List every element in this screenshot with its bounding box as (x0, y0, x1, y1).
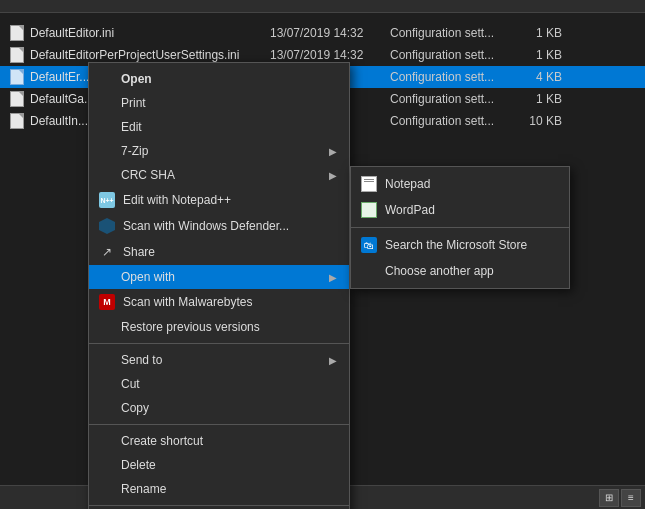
menu-item-copy[interactable]: Copy (89, 396, 349, 420)
menu-item-share[interactable]: ↗Share (89, 239, 349, 265)
menu-item-cut[interactable]: Cut (89, 372, 349, 396)
file-name: DefaultEditor.ini (30, 26, 270, 40)
file-list-header (0, 0, 645, 13)
menu-separator (89, 424, 349, 425)
file-icon (8, 69, 26, 85)
file-size: 1 KB (510, 48, 570, 62)
wordpad-icon (359, 202, 379, 218)
menu-item-label: Open with (121, 270, 329, 284)
file-size: 1 KB (510, 26, 570, 40)
menu-item-rename[interactable]: Rename (89, 477, 349, 501)
menu-separator (89, 505, 349, 506)
file-type: Configuration sett... (390, 114, 510, 128)
submenu-item-wordpad[interactable]: WordPad (351, 197, 569, 223)
menu-item-notepadpp[interactable]: N++Edit with Notepad++ (89, 187, 349, 213)
menu-item-malwarebytes[interactable]: MScan with Malwarebytes (89, 289, 349, 315)
file-icon (8, 25, 26, 41)
grid-view-icon[interactable]: ⊞ (599, 489, 619, 507)
file-type: Configuration sett... (390, 48, 510, 62)
header-type (390, 4, 510, 8)
menu-item-crcsha[interactable]: CRC SHA▶ (89, 163, 349, 187)
none-icon (359, 263, 379, 279)
header-name (0, 4, 270, 8)
detail-view-icon[interactable]: ≡ (621, 489, 641, 507)
submenu-arrow-icon: ▶ (329, 272, 337, 283)
submenu-item-store[interactable]: 🛍Search the Microsoft Store (351, 232, 569, 258)
share-icon: ↗ (97, 244, 117, 260)
menu-item-label: Rename (121, 482, 337, 496)
menu-item-label: Send to (121, 353, 329, 367)
menu-item-label: Copy (121, 401, 337, 415)
file-type: Configuration sett... (390, 26, 510, 40)
submenu-item-notepad[interactable]: Notepad (351, 171, 569, 197)
menu-item-shortcut[interactable]: Create shortcut (89, 429, 349, 453)
menu-item-7zip[interactable]: 7-Zip▶ (89, 139, 349, 163)
menu-item-label: Create shortcut (121, 434, 337, 448)
menu-item-label: Edit with Notepad++ (123, 193, 337, 207)
defender-icon (97, 218, 117, 234)
submenu-arrow-icon: ▶ (329, 146, 337, 157)
menu-item-edit[interactable]: Edit (89, 115, 349, 139)
submenu-item-anotherapp[interactable]: Choose another app (351, 258, 569, 284)
file-type: Configuration sett... (390, 70, 510, 84)
header-date (270, 4, 390, 8)
menu-item-delete[interactable]: Delete (89, 453, 349, 477)
file-icon (8, 113, 26, 129)
menu-item-label: Edit (121, 120, 337, 134)
file-size: 4 KB (510, 70, 570, 84)
submenu-openwith: NotepadWordPad🛍Search the Microsoft Stor… (350, 166, 570, 289)
submenu-arrow-icon: ▶ (329, 170, 337, 181)
file-size: 1 KB (510, 92, 570, 106)
menu-separator (89, 343, 349, 344)
menu-item-restore[interactable]: Restore previous versions (89, 315, 349, 339)
menu-item-label: Cut (121, 377, 337, 391)
menu-item-openwith[interactable]: Open with▶ (89, 265, 349, 289)
menu-item-label: Scan with Windows Defender... (123, 219, 337, 233)
submenu-arrow-icon: ▶ (329, 355, 337, 366)
file-icon (8, 91, 26, 107)
submenu-separator (351, 227, 569, 228)
malware-icon: M (97, 294, 117, 310)
file-date: 13/07/2019 14:32 (270, 26, 390, 40)
context-menu: OpenPrintEdit7-Zip▶CRC SHA▶N++Edit with … (88, 62, 350, 509)
menu-item-label: Print (121, 96, 337, 110)
file-size: 10 KB (510, 114, 570, 128)
store-icon: 🛍 (359, 237, 379, 253)
menu-item-label: Open (121, 72, 337, 86)
menu-item-label: Scan with Malwarebytes (123, 295, 337, 309)
menu-item-open[interactable]: Open (89, 67, 349, 91)
menu-item-label: 7-Zip (121, 144, 329, 158)
file-date: 13/07/2019 14:32 (270, 48, 390, 62)
notepad-icon (359, 176, 379, 192)
file-icon (8, 47, 26, 63)
menu-item-defender[interactable]: Scan with Windows Defender... (89, 213, 349, 239)
submenu-item-label: WordPad (385, 203, 557, 217)
menu-item-print[interactable]: Print (89, 91, 349, 115)
submenu-item-label: Choose another app (385, 264, 557, 278)
file-name: DefaultEditorPerProjectUserSettings.ini (30, 48, 270, 62)
menu-item-label: Restore previous versions (121, 320, 337, 334)
submenu-item-label: Notepad (385, 177, 557, 191)
menu-item-label: Delete (121, 458, 337, 472)
menu-item-sendto[interactable]: Send to▶ (89, 348, 349, 372)
menu-item-label: Share (123, 245, 337, 259)
table-row[interactable]: DefaultEditor.ini13/07/2019 14:32Configu… (0, 22, 645, 44)
menu-item-label: CRC SHA (121, 168, 329, 182)
header-size (510, 4, 570, 8)
submenu-item-label: Search the Microsoft Store (385, 238, 557, 252)
notepadpp-icon: N++ (97, 192, 117, 208)
file-type: Configuration sett... (390, 92, 510, 106)
